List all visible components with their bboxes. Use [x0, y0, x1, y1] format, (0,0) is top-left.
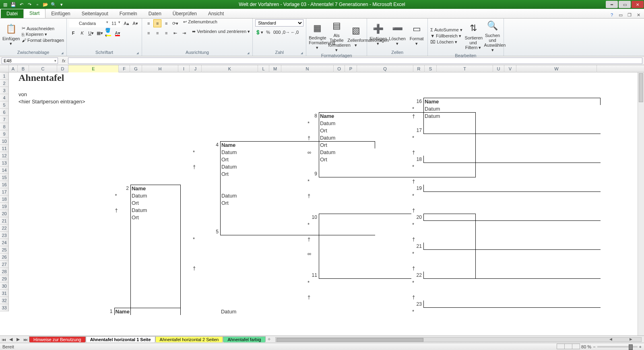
row-header-4[interactable]: 4 — [0, 94, 9, 101]
col-header-A[interactable]: A — [9, 65, 18, 72]
border-button[interactable]: ▦▾ — [96, 29, 104, 37]
zoom-level[interactable]: 80 % — [581, 344, 591, 349]
col-header-L[interactable]: L — [258, 65, 269, 72]
merge-center-button[interactable]: ⬌ Verbinden und zentrieren ▾ — [192, 29, 250, 37]
view-buttons[interactable] — [557, 344, 580, 350]
close-button[interactable]: ✕ — [632, 1, 644, 8]
row-header-8[interactable]: 8 — [0, 123, 9, 130]
row-header-29[interactable]: 29 — [0, 275, 9, 282]
grow-font-icon[interactable]: A▴ — [122, 19, 130, 27]
thousands-icon[interactable]: 000 — [273, 28, 281, 36]
indent-inc-icon[interactable]: ⇥ — [180, 29, 188, 37]
underline-button[interactable]: U▾ — [87, 29, 95, 37]
col-header-T[interactable]: T — [437, 65, 493, 72]
undo-icon[interactable]: ↶ — [18, 1, 25, 8]
sort-filter-button[interactable]: ⇅Sortieren und Filtern ▾ — [465, 22, 482, 50]
clear-button[interactable]: ⌧ Löschen ▾ — [430, 39, 462, 45]
ribbon-tab-start[interactable]: Start — [23, 8, 45, 18]
save-icon[interactable]: 💾 — [10, 1, 17, 8]
font-name-combo[interactable]: Candara — [69, 19, 109, 27]
col-header-E[interactable]: E — [68, 65, 119, 72]
row-header-19[interactable]: 19 — [0, 203, 9, 210]
row-header-14[interactable]: 14 — [0, 167, 9, 174]
copy-button[interactable]: ⎘ Kopieren ▾ — [22, 32, 64, 37]
shrink-font-icon[interactable]: A▾ — [131, 19, 139, 27]
file-tab[interactable]: Datei — [1, 9, 23, 18]
row-header-12[interactable]: 12 — [0, 152, 9, 159]
help-icon[interactable]: ? — [609, 12, 615, 18]
orientation-icon[interactable]: ⟳▾ — [171, 19, 179, 27]
row-header-27[interactable]: 27 — [0, 261, 9, 268]
qat-more-icon[interactable]: ▾ — [58, 1, 65, 8]
ribbon-minimize-icon[interactable]: ▭ — [617, 12, 624, 18]
zoom-in-icon[interactable]: + — [639, 344, 642, 349]
col-header-H[interactable]: H — [142, 65, 178, 72]
col-header-D[interactable]: D — [57, 65, 68, 72]
font-size-combo[interactable]: 11 — [110, 19, 122, 27]
worksheet-grid[interactable]: ABCDEFGHIJKLMNOPQRSTUVW 1234567891011121… — [0, 65, 644, 336]
dec-decimal-icon[interactable]: ←,0 — [291, 28, 299, 36]
insert-cells-button[interactable]: ➕Einfügen ▾ — [369, 23, 386, 46]
col-header-F[interactable]: F — [119, 65, 130, 72]
align-left-icon[interactable]: ≡ — [144, 29, 153, 37]
ribbon-tab-einfügen[interactable]: Einfügen — [45, 9, 76, 18]
row-header-11[interactable]: 11 — [0, 145, 9, 152]
vertical-scrollbar[interactable] — [638, 72, 644, 336]
col-header-N[interactable]: N — [281, 65, 334, 72]
new-icon[interactable]: ▫ — [34, 1, 41, 8]
zoom-out-icon[interactable]: − — [593, 344, 595, 349]
col-header-M[interactable]: M — [269, 65, 281, 72]
row-header-20[interactable]: 20 — [0, 210, 9, 217]
align-middle-icon[interactable]: ≡ — [153, 19, 161, 27]
sheet-nav-button[interactable]: ◀ — [7, 337, 14, 342]
cell-styles-button[interactable]: ▧Zellenformatvorlagen ▾ — [347, 24, 364, 47]
number-format-combo[interactable]: Standard — [255, 19, 303, 27]
row-header-24[interactable]: 24 — [0, 239, 9, 246]
sheet-nav-button[interactable]: ⏭ — [22, 337, 29, 342]
row-header-26[interactable]: 26 — [0, 253, 9, 261]
row-header-10[interactable]: 10 — [0, 138, 9, 145]
ribbon-tab-seitenlayout[interactable]: Seitenlayout — [76, 9, 114, 18]
inc-decimal-icon[interactable]: ,0→ — [282, 28, 290, 36]
format-painter-button[interactable]: 🖌 Format übertragen — [22, 38, 64, 43]
col-header-V[interactable]: V — [504, 65, 516, 72]
sheet-nav-button[interactable]: ▶ — [14, 337, 22, 342]
indent-dec-icon[interactable]: ⇤ — [171, 29, 179, 37]
open-icon[interactable]: 📂 — [42, 1, 49, 8]
row-header-7[interactable]: 7 — [0, 116, 9, 123]
fx-icon[interactable]: fx — [60, 58, 68, 63]
align-top-icon[interactable]: ≡ — [144, 19, 153, 27]
autosum-button[interactable]: Σ AutoSumme ▾ — [430, 27, 462, 33]
sheet-tab[interactable]: Ahnentafel horizontal 2 Seiten — [155, 336, 223, 342]
find-select-button[interactable]: 🔍Suchen und Auswählen ▾ — [484, 19, 501, 52]
row-header-5[interactable]: 5 — [0, 101, 9, 109]
col-header-I[interactable]: I — [178, 65, 190, 72]
col-header-Q[interactable]: Q — [357, 65, 413, 72]
minimize-button[interactable]: ━ — [606, 1, 618, 8]
row-header-16[interactable]: 16 — [0, 181, 9, 188]
delete-cells-button[interactable]: ➖Löschen ▾ — [389, 23, 406, 46]
preview-icon[interactable]: 🔍 — [50, 1, 57, 8]
ribbon-tab-formeln[interactable]: Formeln — [114, 9, 143, 18]
row-header-15[interactable]: 15 — [0, 174, 9, 181]
format-as-table-button[interactable]: ▤Als Tabelle formatieren ▾ — [328, 19, 345, 52]
col-header-B[interactable]: B — [18, 65, 29, 72]
sheet-nav-button[interactable]: ⏮ — [0, 337, 7, 342]
percent-icon[interactable]: % — [264, 28, 272, 36]
row-header-31[interactable]: 31 — [0, 290, 9, 297]
format-cells-button[interactable]: ▭Format ▾ — [408, 23, 425, 46]
row-header-32[interactable]: 32 — [0, 297, 9, 304]
row-header-1[interactable]: 1 — [0, 72, 9, 80]
row-header-6[interactable]: 6 — [0, 109, 9, 116]
row-header-30[interactable]: 30 — [0, 282, 9, 290]
ribbon-tab-ansicht[interactable]: Ansicht — [202, 9, 229, 18]
row-header-33[interactable]: 33 — [0, 304, 9, 311]
bold-button[interactable]: F — [69, 29, 77, 37]
align-right-icon[interactable]: ≡ — [162, 29, 170, 37]
row-header-9[interactable]: 9 — [0, 130, 9, 138]
row-header-25[interactable]: 25 — [0, 246, 9, 253]
ribbon-tab-überprüfen[interactable]: Überprüfen — [167, 9, 202, 18]
sheet-tab[interactable]: Ahnentafel horizontal 1 Seite — [86, 336, 155, 342]
col-header-W[interactable]: W — [516, 65, 597, 72]
maximize-button[interactable]: ▭ — [619, 1, 631, 8]
